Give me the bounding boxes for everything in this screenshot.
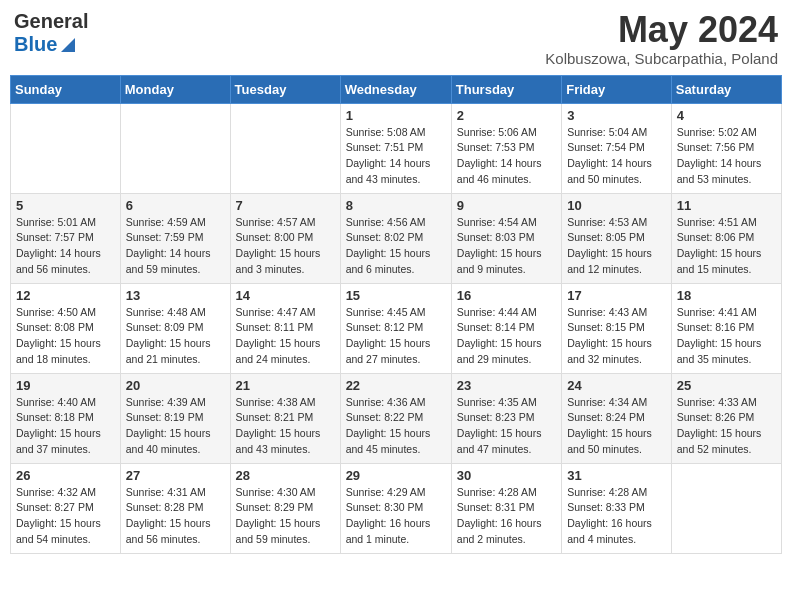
calendar-cell: 2Sunrise: 5:06 AMSunset: 7:53 PMDaylight… [451, 103, 561, 193]
calendar-cell [230, 103, 340, 193]
day-number: 9 [457, 198, 556, 213]
calendar-cell: 3Sunrise: 5:04 AMSunset: 7:54 PMDaylight… [562, 103, 672, 193]
calendar-cell: 5Sunrise: 5:01 AMSunset: 7:57 PMDaylight… [11, 193, 121, 283]
logo-general: General [14, 10, 88, 33]
day-number: 22 [346, 378, 446, 393]
calendar-cell: 25Sunrise: 4:33 AMSunset: 8:26 PMDayligh… [671, 373, 781, 463]
day-number: 5 [16, 198, 115, 213]
day-number: 2 [457, 108, 556, 123]
calendar-cell: 8Sunrise: 4:56 AMSunset: 8:02 PMDaylight… [340, 193, 451, 283]
day-number: 1 [346, 108, 446, 123]
weekday-header-tuesday: Tuesday [230, 75, 340, 103]
calendar-week-4: 19Sunrise: 4:40 AMSunset: 8:18 PMDayligh… [11, 373, 782, 463]
day-number: 31 [567, 468, 666, 483]
calendar-cell: 16Sunrise: 4:44 AMSunset: 8:14 PMDayligh… [451, 283, 561, 373]
calendar-cell: 23Sunrise: 4:35 AMSunset: 8:23 PMDayligh… [451, 373, 561, 463]
calendar-cell: 22Sunrise: 4:36 AMSunset: 8:22 PMDayligh… [340, 373, 451, 463]
calendar-cell: 30Sunrise: 4:28 AMSunset: 8:31 PMDayligh… [451, 463, 561, 553]
day-number: 6 [126, 198, 225, 213]
day-number: 4 [677, 108, 776, 123]
calendar-cell: 14Sunrise: 4:47 AMSunset: 8:11 PMDayligh… [230, 283, 340, 373]
day-number: 26 [16, 468, 115, 483]
calendar-cell: 28Sunrise: 4:30 AMSunset: 8:29 PMDayligh… [230, 463, 340, 553]
day-number: 30 [457, 468, 556, 483]
day-info: Sunrise: 4:34 AMSunset: 8:24 PMDaylight:… [567, 395, 666, 458]
weekday-header-wednesday: Wednesday [340, 75, 451, 103]
day-info: Sunrise: 4:36 AMSunset: 8:22 PMDaylight:… [346, 395, 446, 458]
calendar-cell: 15Sunrise: 4:45 AMSunset: 8:12 PMDayligh… [340, 283, 451, 373]
day-number: 3 [567, 108, 666, 123]
calendar-cell [120, 103, 230, 193]
day-info: Sunrise: 4:40 AMSunset: 8:18 PMDaylight:… [16, 395, 115, 458]
calendar-cell: 24Sunrise: 4:34 AMSunset: 8:24 PMDayligh… [562, 373, 672, 463]
day-info: Sunrise: 4:38 AMSunset: 8:21 PMDaylight:… [236, 395, 335, 458]
calendar-cell [11, 103, 121, 193]
day-info: Sunrise: 4:30 AMSunset: 8:29 PMDaylight:… [236, 485, 335, 548]
day-number: 28 [236, 468, 335, 483]
svg-marker-0 [61, 38, 75, 52]
day-info: Sunrise: 4:53 AMSunset: 8:05 PMDaylight:… [567, 215, 666, 278]
calendar-cell: 19Sunrise: 4:40 AMSunset: 8:18 PMDayligh… [11, 373, 121, 463]
day-number: 27 [126, 468, 225, 483]
day-info: Sunrise: 4:29 AMSunset: 8:30 PMDaylight:… [346, 485, 446, 548]
logo-blue: Blue [14, 33, 88, 56]
calendar-cell: 27Sunrise: 4:31 AMSunset: 8:28 PMDayligh… [120, 463, 230, 553]
calendar-cell [671, 463, 781, 553]
logo: General Blue [14, 10, 88, 56]
weekday-header-thursday: Thursday [451, 75, 561, 103]
day-info: Sunrise: 4:47 AMSunset: 8:11 PMDaylight:… [236, 305, 335, 368]
calendar-cell: 7Sunrise: 4:57 AMSunset: 8:00 PMDaylight… [230, 193, 340, 283]
weekday-header-friday: Friday [562, 75, 672, 103]
day-number: 23 [457, 378, 556, 393]
day-info: Sunrise: 4:57 AMSunset: 8:00 PMDaylight:… [236, 215, 335, 278]
weekday-header-sunday: Sunday [11, 75, 121, 103]
calendar-table: SundayMondayTuesdayWednesdayThursdayFrid… [10, 75, 782, 554]
calendar-cell: 31Sunrise: 4:28 AMSunset: 8:33 PMDayligh… [562, 463, 672, 553]
day-number: 29 [346, 468, 446, 483]
month-title: May 2024 [545, 10, 778, 50]
calendar-cell: 21Sunrise: 4:38 AMSunset: 8:21 PMDayligh… [230, 373, 340, 463]
day-info: Sunrise: 4:33 AMSunset: 8:26 PMDaylight:… [677, 395, 776, 458]
day-info: Sunrise: 4:56 AMSunset: 8:02 PMDaylight:… [346, 215, 446, 278]
day-info: Sunrise: 5:08 AMSunset: 7:51 PMDaylight:… [346, 125, 446, 188]
calendar-cell: 9Sunrise: 4:54 AMSunset: 8:03 PMDaylight… [451, 193, 561, 283]
day-number: 11 [677, 198, 776, 213]
calendar-cell: 11Sunrise: 4:51 AMSunset: 8:06 PMDayligh… [671, 193, 781, 283]
day-number: 17 [567, 288, 666, 303]
day-info: Sunrise: 5:06 AMSunset: 7:53 PMDaylight:… [457, 125, 556, 188]
calendar-week-5: 26Sunrise: 4:32 AMSunset: 8:27 PMDayligh… [11, 463, 782, 553]
weekday-header-saturday: Saturday [671, 75, 781, 103]
day-info: Sunrise: 4:35 AMSunset: 8:23 PMDaylight:… [457, 395, 556, 458]
calendar-cell: 26Sunrise: 4:32 AMSunset: 8:27 PMDayligh… [11, 463, 121, 553]
title-area: May 2024 Kolbuszowa, Subcarpathia, Polan… [545, 10, 778, 67]
day-info: Sunrise: 4:32 AMSunset: 8:27 PMDaylight:… [16, 485, 115, 548]
day-number: 20 [126, 378, 225, 393]
day-info: Sunrise: 4:54 AMSunset: 8:03 PMDaylight:… [457, 215, 556, 278]
calendar-week-1: 1Sunrise: 5:08 AMSunset: 7:51 PMDaylight… [11, 103, 782, 193]
day-info: Sunrise: 4:45 AMSunset: 8:12 PMDaylight:… [346, 305, 446, 368]
calendar-cell: 4Sunrise: 5:02 AMSunset: 7:56 PMDaylight… [671, 103, 781, 193]
day-info: Sunrise: 4:31 AMSunset: 8:28 PMDaylight:… [126, 485, 225, 548]
day-info: Sunrise: 4:43 AMSunset: 8:15 PMDaylight:… [567, 305, 666, 368]
day-number: 25 [677, 378, 776, 393]
calendar-week-2: 5Sunrise: 5:01 AMSunset: 7:57 PMDaylight… [11, 193, 782, 283]
day-info: Sunrise: 4:48 AMSunset: 8:09 PMDaylight:… [126, 305, 225, 368]
weekday-header-monday: Monday [120, 75, 230, 103]
day-number: 18 [677, 288, 776, 303]
calendar-cell: 12Sunrise: 4:50 AMSunset: 8:08 PMDayligh… [11, 283, 121, 373]
day-info: Sunrise: 4:50 AMSunset: 8:08 PMDaylight:… [16, 305, 115, 368]
day-number: 21 [236, 378, 335, 393]
day-info: Sunrise: 4:51 AMSunset: 8:06 PMDaylight:… [677, 215, 776, 278]
day-info: Sunrise: 5:02 AMSunset: 7:56 PMDaylight:… [677, 125, 776, 188]
day-number: 15 [346, 288, 446, 303]
day-info: Sunrise: 5:04 AMSunset: 7:54 PMDaylight:… [567, 125, 666, 188]
calendar-cell: 1Sunrise: 5:08 AMSunset: 7:51 PMDaylight… [340, 103, 451, 193]
calendar-cell: 13Sunrise: 4:48 AMSunset: 8:09 PMDayligh… [120, 283, 230, 373]
calendar-cell: 17Sunrise: 4:43 AMSunset: 8:15 PMDayligh… [562, 283, 672, 373]
day-info: Sunrise: 4:59 AMSunset: 7:59 PMDaylight:… [126, 215, 225, 278]
day-number: 24 [567, 378, 666, 393]
day-info: Sunrise: 4:28 AMSunset: 8:33 PMDaylight:… [567, 485, 666, 548]
day-number: 19 [16, 378, 115, 393]
day-number: 13 [126, 288, 225, 303]
day-number: 7 [236, 198, 335, 213]
